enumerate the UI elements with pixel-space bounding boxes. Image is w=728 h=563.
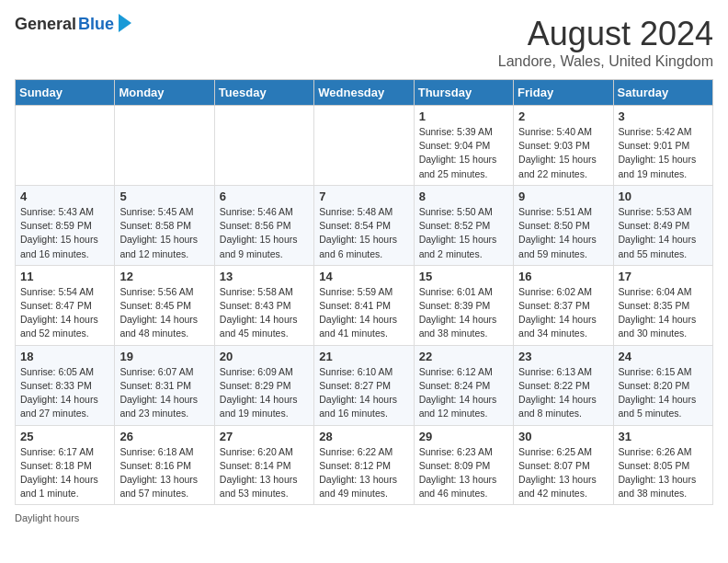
day-number: 30 [518, 430, 608, 443]
day-number: 8 [419, 190, 508, 203]
day-number: 11 [20, 270, 109, 283]
logo: GeneralBlue [15, 15, 131, 34]
calendar-cell: 5Sunrise: 5:45 AMSunset: 8:58 PMDaylight… [115, 185, 214, 265]
day-info: Sunrise: 5:54 AMSunset: 8:47 PMDaylight:… [20, 285, 109, 341]
calendar-cell: 16Sunrise: 6:02 AMSunset: 8:37 PMDayligh… [514, 265, 613, 345]
calendar-cell: 18Sunrise: 6:05 AMSunset: 8:33 PMDayligh… [16, 345, 115, 425]
logo-blue-text: Blue [78, 15, 114, 34]
day-info: Sunrise: 5:51 AMSunset: 8:50 PMDaylight:… [518, 205, 608, 261]
calendar-cell: 19Sunrise: 6:07 AMSunset: 8:31 PMDayligh… [115, 345, 214, 425]
day-info: Sunrise: 6:23 AMSunset: 8:09 PMDaylight:… [419, 445, 508, 501]
day-info: Sunrise: 6:22 AMSunset: 8:12 PMDaylight:… [319, 445, 408, 501]
day-info: Sunrise: 6:01 AMSunset: 8:39 PMDaylight:… [419, 285, 508, 341]
calendar-cell: 31Sunrise: 6:26 AMSunset: 8:05 PMDayligh… [613, 425, 712, 505]
day-info: Sunrise: 5:50 AMSunset: 8:52 PMDaylight:… [419, 205, 508, 261]
calendar-cell [115, 106, 214, 186]
day-number: 13 [220, 270, 309, 283]
day-number: 31 [619, 430, 708, 443]
day-number: 29 [419, 430, 508, 443]
day-info: Sunrise: 5:40 AMSunset: 9:03 PMDaylight:… [518, 125, 608, 181]
day-info: Sunrise: 5:46 AMSunset: 8:56 PMDaylight:… [220, 205, 309, 261]
day-info: Sunrise: 6:18 AMSunset: 8:16 PMDaylight:… [119, 445, 209, 501]
calendar-header-saturday: Saturday [613, 80, 712, 106]
calendar-cell: 13Sunrise: 5:58 AMSunset: 8:43 PMDayligh… [214, 265, 313, 345]
day-number: 10 [619, 190, 708, 203]
calendar-cell: 29Sunrise: 6:23 AMSunset: 8:09 PMDayligh… [414, 425, 513, 505]
day-info: Sunrise: 5:43 AMSunset: 8:59 PMDaylight:… [20, 205, 109, 261]
day-number: 21 [319, 350, 408, 363]
day-info: Sunrise: 6:20 AMSunset: 8:14 PMDaylight:… [220, 445, 309, 501]
calendar-cell: 25Sunrise: 6:17 AMSunset: 8:18 PMDayligh… [16, 425, 115, 505]
calendar-cell: 15Sunrise: 6:01 AMSunset: 8:39 PMDayligh… [414, 265, 513, 345]
day-number: 6 [220, 190, 309, 203]
calendar-cell: 4Sunrise: 5:43 AMSunset: 8:59 PMDaylight… [16, 185, 115, 265]
calendar-cell [214, 106, 313, 186]
day-number: 16 [518, 270, 608, 283]
day-number: 4 [20, 190, 109, 203]
day-number: 3 [619, 109, 708, 123]
logo-chevron-icon [119, 14, 131, 32]
day-number: 7 [319, 190, 408, 203]
day-info: Sunrise: 5:48 AMSunset: 8:54 PMDaylight:… [319, 205, 408, 261]
title-area: August 2024 Landore, Wales, United Kingd… [498, 15, 713, 70]
day-number: 9 [518, 190, 608, 203]
day-number: 23 [518, 350, 608, 363]
day-number: 27 [220, 430, 309, 443]
calendar-cell: 17Sunrise: 6:04 AMSunset: 8:35 PMDayligh… [613, 265, 712, 345]
day-info: Sunrise: 5:53 AMSunset: 8:49 PMDaylight:… [619, 205, 708, 261]
calendar-cell: 7Sunrise: 5:48 AMSunset: 8:54 PMDaylight… [314, 185, 414, 265]
day-number: 17 [619, 270, 708, 283]
day-info: Sunrise: 5:56 AMSunset: 8:45 PMDaylight:… [119, 285, 209, 341]
calendar-cell: 11Sunrise: 5:54 AMSunset: 8:47 PMDayligh… [16, 265, 115, 345]
day-number: 12 [119, 270, 209, 283]
calendar-cell [314, 106, 414, 186]
day-number: 26 [119, 430, 209, 443]
calendar-cell: 6Sunrise: 5:46 AMSunset: 8:56 PMDaylight… [214, 185, 313, 265]
day-info: Sunrise: 6:04 AMSunset: 8:35 PMDaylight:… [619, 285, 708, 341]
day-number: 28 [319, 430, 408, 443]
calendar-header-thursday: Thursday [414, 80, 513, 106]
day-info: Sunrise: 6:10 AMSunset: 8:27 PMDaylight:… [319, 365, 408, 421]
calendar-cell: 14Sunrise: 5:59 AMSunset: 8:41 PMDayligh… [314, 265, 414, 345]
day-info: Sunrise: 6:09 AMSunset: 8:29 PMDaylight:… [220, 365, 309, 421]
day-info: Sunrise: 6:17 AMSunset: 8:18 PMDaylight:… [20, 445, 109, 501]
calendar-cell: 27Sunrise: 6:20 AMSunset: 8:14 PMDayligh… [214, 425, 313, 505]
day-info: Sunrise: 5:39 AMSunset: 9:04 PMDaylight:… [419, 125, 508, 181]
day-info: Sunrise: 6:26 AMSunset: 8:05 PMDaylight:… [619, 445, 708, 501]
calendar-cell: 30Sunrise: 6:25 AMSunset: 8:07 PMDayligh… [514, 425, 613, 505]
day-number: 18 [20, 350, 109, 363]
calendar-cell: 20Sunrise: 6:09 AMSunset: 8:29 PMDayligh… [214, 345, 313, 425]
footer-note: Daylight hours [15, 512, 713, 523]
day-info: Sunrise: 5:59 AMSunset: 8:41 PMDaylight:… [319, 285, 408, 341]
day-number: 20 [220, 350, 309, 363]
calendar-cell: 28Sunrise: 6:22 AMSunset: 8:12 PMDayligh… [314, 425, 414, 505]
calendar-cell: 2Sunrise: 5:40 AMSunset: 9:03 PMDaylight… [514, 106, 613, 186]
day-info: Sunrise: 6:07 AMSunset: 8:31 PMDaylight:… [119, 365, 209, 421]
day-info: Sunrise: 6:12 AMSunset: 8:24 PMDaylight:… [419, 365, 508, 421]
calendar-header-monday: Monday [115, 80, 214, 106]
calendar-cell: 8Sunrise: 5:50 AMSunset: 8:52 PMDaylight… [414, 185, 513, 265]
day-number: 5 [119, 190, 209, 203]
day-info: Sunrise: 5:58 AMSunset: 8:43 PMDaylight:… [220, 285, 309, 341]
calendar-cell: 12Sunrise: 5:56 AMSunset: 8:45 PMDayligh… [115, 265, 214, 345]
calendar-cell: 26Sunrise: 6:18 AMSunset: 8:16 PMDayligh… [115, 425, 214, 505]
calendar-cell: 24Sunrise: 6:15 AMSunset: 8:20 PMDayligh… [613, 345, 712, 425]
day-number: 24 [619, 350, 708, 363]
day-number: 1 [419, 109, 508, 123]
day-number: 2 [518, 109, 608, 123]
day-number: 19 [119, 350, 209, 363]
calendar-table: SundayMondayTuesdayWednesdayThursdayFrid… [15, 79, 713, 505]
day-info: Sunrise: 5:42 AMSunset: 9:01 PMDaylight:… [619, 125, 708, 181]
calendar-header-sunday: Sunday [16, 80, 115, 106]
day-number: 14 [319, 270, 408, 283]
day-number: 15 [419, 270, 508, 283]
calendar-cell: 23Sunrise: 6:13 AMSunset: 8:22 PMDayligh… [514, 345, 613, 425]
calendar-cell: 10Sunrise: 5:53 AMSunset: 8:49 PMDayligh… [613, 185, 712, 265]
day-number: 25 [20, 430, 109, 443]
subtitle: Landore, Wales, United Kingdom [498, 53, 713, 70]
calendar-header-friday: Friday [514, 80, 613, 106]
logo-general-text: General [15, 15, 76, 34]
calendar-cell: 22Sunrise: 6:12 AMSunset: 8:24 PMDayligh… [414, 345, 513, 425]
calendar-cell: 1Sunrise: 5:39 AMSunset: 9:04 PMDaylight… [414, 106, 513, 186]
day-info: Sunrise: 6:05 AMSunset: 8:33 PMDaylight:… [20, 365, 109, 421]
